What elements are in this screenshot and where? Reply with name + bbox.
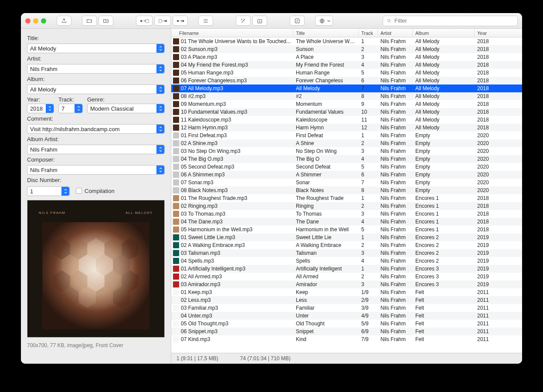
table-row[interactable]: 01 First Defeat.mp3First Defeat1Nils Fra… xyxy=(171,132,522,139)
table-row[interactable]: 08 Black Notes.mp3Black Notes8Nils Frahm… xyxy=(171,186,522,194)
table-row[interactable]: 12 Harm Hymn.mp3Harm Hymn12Nils FrahmAll… xyxy=(171,124,522,132)
table-row[interactable]: 04 The Dane.mp3The Dane4Nils FrahmEncore… xyxy=(171,218,522,226)
maximize-button[interactable] xyxy=(41,18,46,24)
table-row[interactable]: 05 Human Range.mp3Human Range5Nils Frahm… xyxy=(171,69,522,77)
table-row[interactable]: 02 Sunson.mp3Sunson2Nils FrahmAll Melody… xyxy=(171,45,522,53)
cell-title: Artificially Intelligent xyxy=(293,266,359,272)
cell-filename: 04 The Dane.mp3 xyxy=(181,219,223,225)
cell-title: All Armed xyxy=(293,274,359,280)
table-row[interactable]: 01 The Whole Universe Wants to Be Touche… xyxy=(171,37,522,45)
album-artist-field[interactable]: Nils Frahm xyxy=(27,145,165,154)
table-row[interactable]: 01 Keep.mp3Keep1/9Nils FrahmFelt2011 xyxy=(171,288,522,296)
album-thumb-icon xyxy=(173,132,179,139)
cell-year: 2011 xyxy=(475,321,509,327)
table-row[interactable]: 04 Unter.mp3Unter4/9Nils FrahmFelt2011 xyxy=(171,312,522,320)
table-row[interactable]: 09 Momentum.mp3Momentum9Nils FrahmAll Me… xyxy=(171,100,522,108)
table-row[interactable]: 03 Amirador.mp3Amirador3Nils FrahmEncore… xyxy=(171,280,522,288)
close-button[interactable] xyxy=(25,18,31,24)
table-row[interactable]: 10 Fundamental Values.mp3Fundamental Val… xyxy=(171,108,522,116)
cell-artist: Nils Frahm xyxy=(378,266,413,272)
search-input[interactable] xyxy=(394,17,514,24)
year-field[interactable]: 2018 xyxy=(27,104,54,113)
table-row[interactable]: 01 Artificially Intelligent.mp3Artificia… xyxy=(171,265,522,273)
disc-field[interactable]: 1 xyxy=(27,186,70,196)
table-row[interactable]: 03 Familiar.mp3Familiar3/9Nils FrahmFelt… xyxy=(171,304,522,312)
cell-album: All Melody xyxy=(413,93,475,99)
album-field[interactable]: All Melody xyxy=(27,84,165,94)
cell-filename: 01 First Defeat.mp3 xyxy=(181,132,227,139)
comment-field[interactable]: Visit http://nilsfrahm.bandcamp.com xyxy=(27,124,165,134)
cell-title: The Dane xyxy=(293,219,359,225)
cell-album: Encores 1 xyxy=(413,203,475,209)
minimize-button[interactable] xyxy=(33,18,38,24)
table-row[interactable]: 05 Second Defeat.mp3Second Defeat5Nils F… xyxy=(171,163,522,171)
compilation-checkbox[interactable]: Compilation xyxy=(76,188,115,194)
album-thumb-icon xyxy=(173,78,179,84)
edit-button[interactable] xyxy=(290,16,305,26)
web-dropdown[interactable] xyxy=(315,16,333,26)
table-row[interactable]: 07 Kind.mp3Kind7/9Nils FrahmFelt2011 xyxy=(171,335,522,343)
cell-year: 2018 xyxy=(475,211,509,217)
cell-title: A Place xyxy=(293,54,359,60)
add-folder-button[interactable] xyxy=(98,16,113,26)
table-row[interactable]: 07 All Melody.mp3All Melody7Nils FrahmAl… xyxy=(171,84,522,92)
table-row[interactable]: 05 Harmonium in the Well.mp3Harmonium in… xyxy=(171,226,522,233)
fetch-button[interactable] xyxy=(252,16,267,26)
cell-title: Kaleidoscope xyxy=(293,117,359,123)
table-row[interactable]: 02 All Armed.mp3All Armed2Nils FrahmEnco… xyxy=(171,273,522,280)
cell-filename: 07 Sonar.mp3 xyxy=(181,179,214,186)
wand-button[interactable] xyxy=(236,16,251,26)
col-album[interactable]: Album xyxy=(413,29,475,37)
col-artist[interactable]: Artist xyxy=(378,29,413,37)
table-row[interactable]: 06 Snippet.mp3Snippet6/9Nils FrahmFelt20… xyxy=(171,328,522,335)
table-row[interactable]: 04 My Friend the Forest.mp3My Friend the… xyxy=(171,61,522,69)
filename-to-tag-button[interactable]: ▢⇢● xyxy=(154,16,171,26)
col-title[interactable]: Title xyxy=(293,29,359,37)
table-row[interactable]: 07 Sonar.mp3Sonar7Nils FrahmEmpty2020 xyxy=(171,179,522,186)
table-row[interactable]: 05 Old Thought.mp3Old Thought5/9Nils Fra… xyxy=(171,320,522,328)
open-folder-button[interactable] xyxy=(82,16,97,26)
table-row[interactable]: 11 Kaleidoscope.mp3Kaleidoscope11Nils Fr… xyxy=(171,116,522,124)
table-row[interactable]: 02 A Walking Embrace.mp3A Walking Embrac… xyxy=(171,241,522,249)
cell-track: 7/9 xyxy=(359,335,378,343)
col-track[interactable]: Track xyxy=(359,29,378,37)
table-row[interactable]: 04 Spells.mp3Spells4Nils FrahmEncores 22… xyxy=(171,257,522,265)
tag-to-filename-button[interactable]: ●⇢▢ xyxy=(136,16,153,26)
search-field[interactable] xyxy=(383,16,518,26)
cell-filename: 01 Keep.mp3 xyxy=(181,289,212,295)
table-row[interactable]: 03 A Place.mp3A Place3Nils FrahmAll Melo… xyxy=(171,53,522,61)
title-field[interactable]: All Melody xyxy=(27,44,165,53)
cell-album: Empty xyxy=(413,179,475,186)
table-row[interactable]: 04 The Big O.mp3The Big O4Nils FrahmEmpt… xyxy=(171,155,522,163)
cell-year: 2019 xyxy=(475,234,509,240)
col-filename[interactable]: Filename xyxy=(171,29,293,37)
cover-art[interactable]: NILS FRAHM ALL MELODY xyxy=(27,200,165,338)
table-row[interactable]: 06 A Shimmer.mp3A Shimmer6Nils FrahmEmpt… xyxy=(171,171,522,179)
table-row[interactable]: 01 Sweet Little Lie.mp3Sweet Little Lie1… xyxy=(171,233,522,241)
share-button[interactable] xyxy=(57,16,71,26)
table-row[interactable]: 03 No Step On Wing.mp3No Step On Wing3Ni… xyxy=(171,147,522,155)
genre-field[interactable]: Modern Classical xyxy=(87,104,165,113)
track-field[interactable]: 7 xyxy=(58,104,83,113)
table-row[interactable]: 01 The Roughest Trade.mp3The Roughest Tr… xyxy=(171,194,522,202)
file-list[interactable]: 01 The Whole Universe Wants to Be Touche… xyxy=(171,37,522,353)
cell-album: Felt xyxy=(413,297,475,303)
cell-track: 5 xyxy=(359,163,378,171)
col-year[interactable]: Year xyxy=(475,29,509,37)
cell-year: 2018 xyxy=(475,78,509,84)
table-row[interactable]: 06 Forever Changeless.mp3Forever Changel… xyxy=(171,77,522,84)
table-row[interactable]: 08 #2.mp3#28Nils FrahmAll Melody2018 xyxy=(171,92,522,100)
convert-button[interactable]: ●⇢● xyxy=(173,16,188,26)
album-label: Album: xyxy=(27,76,165,82)
cell-track: 4 xyxy=(359,257,378,265)
cell-year: 2011 xyxy=(475,336,509,342)
list-button[interactable] xyxy=(198,16,213,26)
cell-year: 2019 xyxy=(475,281,509,287)
composer-field[interactable]: Nils Frahm xyxy=(27,165,165,175)
table-row[interactable]: 03 To Thomas.mp3To Thomas3Nils FrahmEnco… xyxy=(171,210,522,218)
table-row[interactable]: 03 Talisman.mp3Talisman3Nils FrahmEncore… xyxy=(171,249,522,257)
table-row[interactable]: 02 A Shine.mp3A Shine2Nils FrahmEmpty202… xyxy=(171,139,522,147)
table-row[interactable]: 02 Ringing.mp3Ringing2Nils FrahmEncores … xyxy=(171,202,522,210)
table-row[interactable]: 02 Less.mp3Less2/9Nils FrahmFelt2011 xyxy=(171,296,522,304)
artist-field[interactable]: Nils Frahm xyxy=(27,64,165,74)
